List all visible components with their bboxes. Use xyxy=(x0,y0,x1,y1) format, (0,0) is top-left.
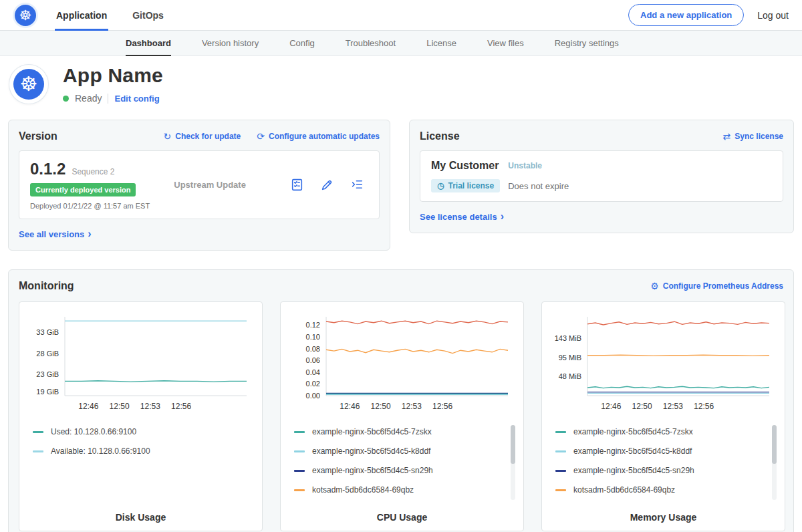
subnav-tab-version-history[interactable]: Version history xyxy=(202,31,259,56)
svg-text:48 MiB: 48 MiB xyxy=(559,372,581,380)
deployed-timestamp: Deployed 01/21/22 @ 11:57 am EST xyxy=(30,202,150,210)
cpu-usage-chart: 0.120.100.080.060.040.020.0012:4612:5012… xyxy=(289,310,516,414)
subnav-tab-registry-settings[interactable]: Registry settings xyxy=(555,31,619,56)
svg-text:0.02: 0.02 xyxy=(306,380,320,388)
legend-label: example-nginx-5bc6f5d4c5-sn29h xyxy=(312,466,433,475)
legend-item: example-nginx-5bc6f5d4c5-k8ddf xyxy=(294,442,510,461)
legend-item: kotsadm-5db6dc6584-69qbz xyxy=(555,481,771,500)
legend-color-dash-icon xyxy=(294,431,305,433)
legend-label: example-nginx-5bc6f5d4c5-7zskx xyxy=(573,427,693,436)
svg-text:12:46: 12:46 xyxy=(78,402,98,411)
legend-item: example-nginx-5bc6f5d4c5-7zskx xyxy=(555,422,771,442)
license-type-badge: ◷ Trial license xyxy=(431,179,500,192)
memory-usage-chart: 143 MiB95 MiB48 MiB12:4612:5012:5312:56 xyxy=(550,310,777,414)
topnav-tab-application[interactable]: Application xyxy=(55,0,108,31)
legend-label: kotsadm-5db6dc6584-69qbz xyxy=(312,485,414,495)
license-expiration: Does not expire xyxy=(508,181,569,191)
legend-scrollbar[interactable] xyxy=(772,425,777,500)
legend-item: Available: 10.128.0.66:9100 xyxy=(33,442,249,461)
svg-text:0.00: 0.00 xyxy=(306,392,320,400)
legend-scrollbar-thumb[interactable] xyxy=(511,425,515,464)
app-title: App Name xyxy=(63,64,163,87)
subnav-tab-view-files[interactable]: View files xyxy=(487,31,524,56)
legend-color-dash-icon xyxy=(555,470,566,472)
divider xyxy=(108,94,108,104)
chart-title: CPU Usage xyxy=(289,512,515,523)
legend-label: Used: 10.128.0.66:9100 xyxy=(51,427,136,436)
svg-text:23 GiB: 23 GiB xyxy=(36,370,59,378)
svg-text:33 GiB: 33 GiB xyxy=(36,327,59,336)
subnav-tab-dashboard[interactable]: Dashboard xyxy=(126,31,171,56)
sync-license-link[interactable]: ⇄ Sync license xyxy=(723,131,783,142)
customer-name: My Customer xyxy=(431,160,499,172)
subnav-tab-license[interactable]: License xyxy=(426,31,456,56)
edit-config-link[interactable]: Edit config xyxy=(114,94,159,104)
edit-config-icon[interactable] xyxy=(320,178,334,192)
svg-text:12:46: 12:46 xyxy=(340,402,360,411)
see-license-details-link[interactable]: See license details › xyxy=(420,211,504,222)
version-sequence: Sequence 2 xyxy=(72,167,114,176)
kubernetes-logo-icon[interactable]: ☸ xyxy=(15,5,36,26)
memory-usage-legend: example-nginx-5bc6f5d4c5-7zskxexample-ng… xyxy=(550,422,777,507)
svg-text:28 GiB: 28 GiB xyxy=(36,349,59,357)
refresh-icon: ↻ xyxy=(164,131,172,142)
deploy-logs-icon[interactable] xyxy=(350,178,364,192)
legend-color-dash-icon xyxy=(294,470,305,472)
sync-icon: ⇄ xyxy=(723,131,731,142)
version-number: 0.1.2 xyxy=(30,160,65,178)
legend-item: example-nginx-5bc6f5d4c5-7zskx xyxy=(294,422,510,442)
svg-text:19 GiB: 19 GiB xyxy=(36,387,59,395)
svg-text:12:53: 12:53 xyxy=(402,402,422,411)
svg-text:0.06: 0.06 xyxy=(306,356,320,364)
app-subnav: DashboardVersion historyConfigTroublesho… xyxy=(0,31,802,56)
ready-status-dot xyxy=(63,96,69,102)
see-all-versions-link[interactable]: See all versions › xyxy=(19,229,92,239)
legend-color-dash-icon xyxy=(555,489,566,491)
add-new-application-button[interactable]: Add a new application xyxy=(628,4,744,26)
legend-scrollbar-thumb[interactable] xyxy=(772,425,777,464)
legend-item: example-nginx-5bc6f5d4c5-sn29h xyxy=(555,461,771,481)
current-version-box: 0.1.2 Sequence 2 Currently deployed vers… xyxy=(19,150,380,219)
legend-label: Available: 10.128.0.66:9100 xyxy=(51,446,150,456)
legend-item: example-nginx-5bc6f5d4c5-sn29h xyxy=(294,461,510,481)
svg-text:12:50: 12:50 xyxy=(110,402,130,411)
disk-usage-chart: 33 GiB28 GiB23 GiB19 GiB12:4612:5012:531… xyxy=(27,310,255,414)
svg-text:12:56: 12:56 xyxy=(432,402,452,411)
chevron-right-icon: › xyxy=(88,229,91,239)
svg-text:12:53: 12:53 xyxy=(140,402,160,411)
legend-label: example-nginx-5bc6f5d4c5-k8ddf xyxy=(312,446,430,456)
svg-text:12:50: 12:50 xyxy=(632,402,652,411)
subnav-tab-troubleshoot[interactable]: Troubleshoot xyxy=(346,31,396,56)
disk-usage-legend: Used: 10.128.0.66:9100Available: 10.128.… xyxy=(27,422,254,507)
app-status-text: Ready xyxy=(75,93,102,104)
license-card: License ⇄ Sync license My Customer Unsta… xyxy=(409,120,794,233)
legend-color-dash-icon xyxy=(294,489,305,491)
upstream-update-label: Upstream Update xyxy=(174,180,246,190)
legend-color-dash-icon xyxy=(555,431,566,433)
chevron-right-icon: › xyxy=(501,211,504,222)
helm-wheel-glyph: ☸ xyxy=(19,7,32,23)
svg-text:12:50: 12:50 xyxy=(371,402,391,411)
legend-item: kotsadm-5db6dc6584-69qbz xyxy=(294,481,510,500)
logout-link[interactable]: Log out xyxy=(757,10,789,21)
license-card-title: License xyxy=(420,130,460,142)
cpu-usage-legend: example-nginx-5bc6f5d4c5-7zskxexample-ng… xyxy=(289,422,515,507)
svg-text:12:56: 12:56 xyxy=(694,402,714,411)
legend-scrollbar[interactable] xyxy=(511,425,515,500)
version-card: Version ↻ Check for update ⟳ Configure a… xyxy=(8,120,390,251)
configure-automatic-updates-link[interactable]: ⟳ Configure automatic updates xyxy=(257,131,380,142)
monitoring-title: Monitoring xyxy=(19,280,74,292)
svg-text:0.10: 0.10 xyxy=(306,332,320,340)
chart-title: Memory Usage xyxy=(550,512,777,523)
subnav-tab-config[interactable]: Config xyxy=(289,31,315,56)
cpu-usage-chart-card: 0.120.100.080.060.040.020.0012:4612:5012… xyxy=(280,301,524,531)
configure-prometheus-link[interactable]: ⚙ Configure Prometheus Address xyxy=(650,281,783,291)
check-for-update-link[interactable]: ↻ Check for update xyxy=(164,131,241,142)
release-notes-icon[interactable] xyxy=(290,178,304,192)
auto-update-icon: ⟳ xyxy=(257,131,265,142)
topnav-tab-gitops[interactable]: GitOps xyxy=(131,0,165,31)
app-logo: ☸ xyxy=(9,65,48,104)
legend-label: kotsadm-5db6dc6584-69qbz xyxy=(573,485,675,495)
legend-color-dash-icon xyxy=(555,450,566,452)
version-card-title: Version xyxy=(19,130,57,142)
